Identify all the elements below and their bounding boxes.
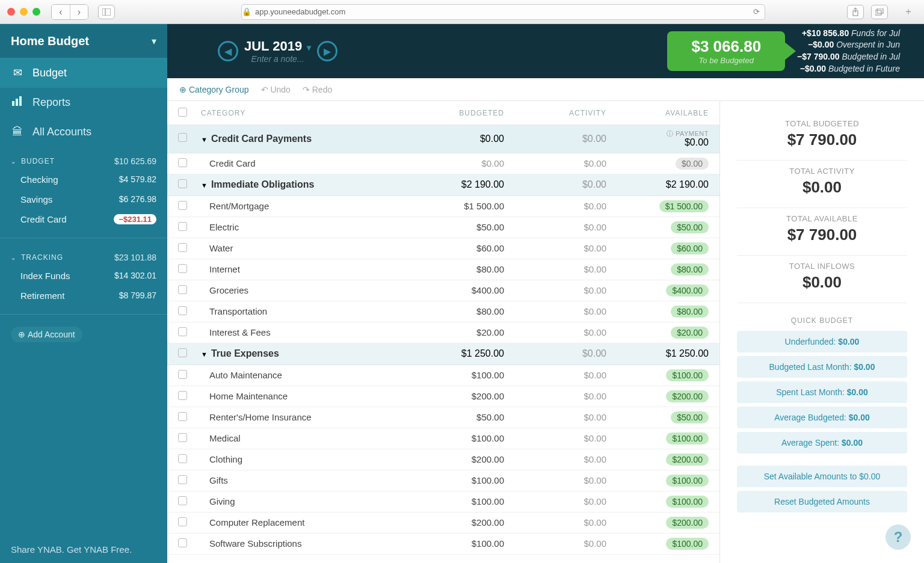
- budgeted-cell[interactable]: $80.00: [402, 306, 504, 316]
- category-row[interactable]: Gifts $100.00 $0.00 $100.00: [167, 470, 719, 491]
- account-row[interactable]: Retirement$8 799.87: [11, 286, 156, 306]
- group-checkbox[interactable]: [178, 133, 187, 142]
- sidebar-toggle-button[interactable]: [98, 5, 115, 19]
- undo-button[interactable]: ↶ Undo: [261, 85, 291, 94]
- available-pill[interactable]: $20.00: [671, 327, 709, 339]
- group-checkbox[interactable]: [178, 179, 187, 188]
- row-checkbox[interactable]: [178, 517, 187, 526]
- budgeted-cell[interactable]: $100.00: [402, 370, 504, 380]
- available-pill[interactable]: $400.00: [666, 285, 709, 297]
- row-checkbox[interactable]: [178, 264, 187, 273]
- row-checkbox[interactable]: [178, 496, 187, 505]
- quick-budget-item[interactable]: Average Budgeted: $0.00: [737, 407, 907, 428]
- available-pill[interactable]: $80.00: [671, 263, 709, 275]
- available-pill[interactable]: $100.00: [666, 475, 709, 487]
- budgeted-cell[interactable]: $60.00: [402, 243, 504, 253]
- zoom-window-icon[interactable]: [32, 8, 40, 16]
- prev-month-button[interactable]: ◀: [218, 41, 238, 61]
- share-button[interactable]: [847, 5, 864, 19]
- row-checkbox[interactable]: [178, 370, 187, 379]
- available-pill[interactable]: $80.00: [671, 306, 709, 318]
- new-tab-button[interactable]: ＋: [900, 5, 917, 19]
- group-checkbox[interactable]: [178, 348, 187, 357]
- quick-budget-item[interactable]: Budgeted Last Month: $0.00: [737, 356, 907, 378]
- category-row[interactable]: Internet $80.00 $0.00 $80.00: [167, 259, 719, 280]
- row-checkbox[interactable]: [178, 327, 187, 336]
- next-month-button[interactable]: ▶: [317, 41, 337, 61]
- nav-budget[interactable]: ✉ Budget: [0, 58, 167, 88]
- budgeted-cell[interactable]: $100.00: [402, 496, 504, 506]
- available-pill[interactable]: $50.00: [671, 221, 709, 233]
- quick-budget-item[interactable]: Underfunded: $0.00: [737, 331, 907, 352]
- category-row[interactable]: Giving $100.00 $0.00 $100.00: [167, 491, 719, 512]
- row-checkbox[interactable]: [178, 454, 187, 463]
- row-checkbox[interactable]: [178, 433, 187, 442]
- account-row[interactable]: Checking$4 579.82: [11, 170, 156, 189]
- quick-budget-action[interactable]: Set Available Amounts to $0.00: [737, 466, 907, 487]
- budgeted-cell[interactable]: $20.00: [402, 327, 504, 337]
- category-row[interactable]: Groceries $400.00 $0.00 $400.00: [167, 280, 719, 301]
- category-group-row[interactable]: ▼Credit Card Payments $0.00 $0.00 ⓘ PAYM…: [167, 125, 719, 153]
- nav-reports[interactable]: Reports: [0, 88, 167, 117]
- account-section-header[interactable]: ⌄TRACKING$23 101.88: [11, 253, 156, 266]
- col-header-budgeted[interactable]: BUDGETED: [402, 109, 504, 117]
- available-pill[interactable]: $100.00: [666, 496, 709, 508]
- category-row[interactable]: Medical $100.00 $0.00 $100.00: [167, 428, 719, 449]
- budgeted-cell[interactable]: $80.00: [402, 264, 504, 274]
- row-checkbox[interactable]: [178, 201, 187, 210]
- collapse-icon[interactable]: ▼: [201, 136, 208, 143]
- collapse-icon[interactable]: ▼: [201, 351, 208, 358]
- available-pill[interactable]: $200.00: [666, 390, 709, 402]
- category-row[interactable]: Rent/Mortgage $1 500.00 $0.00 $1 500.00: [167, 196, 719, 217]
- share-footer[interactable]: Share YNAB. Get YNAB Free.: [0, 536, 167, 563]
- available-pill[interactable]: $100.00: [666, 369, 709, 381]
- category-row[interactable]: Water $60.00 $0.00 $60.00: [167, 238, 719, 259]
- tabs-button[interactable]: [871, 5, 888, 19]
- category-row[interactable]: Interest & Fees $20.00 $0.00 $20.00: [167, 322, 719, 343]
- minimize-window-icon[interactable]: [20, 8, 28, 16]
- budgeted-cell[interactable]: $200.00: [402, 517, 504, 528]
- budgeted-cell[interactable]: $200.00: [402, 454, 504, 464]
- account-row[interactable]: Index Funds$14 302.01: [11, 266, 156, 286]
- budgeted-cell[interactable]: $400.00: [402, 285, 504, 295]
- collapse-icon[interactable]: ▼: [201, 182, 208, 189]
- category-row[interactable]: Renter's/Home Insurance $50.00 $0.00 $50…: [167, 407, 719, 428]
- category-row[interactable]: Electric $50.00 $0.00 $50.00: [167, 217, 719, 238]
- row-checkbox[interactable]: [178, 475, 187, 484]
- redo-button[interactable]: ↷ Redo: [303, 85, 332, 94]
- available-pill[interactable]: $100.00: [666, 538, 709, 550]
- category-row[interactable]: Auto Maintenance $100.00 $0.00 $100.00: [167, 365, 719, 386]
- budgeted-cell[interactable]: $50.00: [402, 412, 504, 422]
- add-account-button[interactable]: ⊕ Add Account: [11, 327, 82, 342]
- available-pill[interactable]: $1 500.00: [659, 200, 709, 212]
- available-pill[interactable]: $200.00: [666, 517, 709, 529]
- budgeted-cell[interactable]: $100.00: [402, 475, 504, 485]
- available-pill[interactable]: $200.00: [666, 454, 709, 466]
- category-row[interactable]: Computer Replacement $200.00 $0.00 $200.…: [167, 512, 719, 534]
- add-category-group-button[interactable]: ⊕ Category Group: [179, 85, 249, 94]
- row-checkbox[interactable]: [178, 158, 187, 167]
- to-be-budgeted[interactable]: $3 066.80 To be Budgeted: [667, 31, 785, 71]
- col-header-available[interactable]: AVAILABLE: [606, 109, 709, 117]
- budgeted-cell[interactable]: $0.00: [402, 158, 504, 168]
- close-window-icon[interactable]: [7, 8, 15, 16]
- account-section-header[interactable]: ⌄BUDGET$10 625.69: [11, 156, 156, 170]
- available-pill[interactable]: $50.00: [671, 411, 709, 423]
- available-pill[interactable]: $0.00: [676, 158, 709, 170]
- reload-icon[interactable]: ⟳: [753, 7, 760, 16]
- budgeted-cell[interactable]: $200.00: [402, 391, 504, 401]
- row-checkbox[interactable]: [178, 306, 187, 315]
- row-checkbox[interactable]: [178, 391, 187, 400]
- quick-budget-item[interactable]: Spent Last Month: $0.00: [737, 381, 907, 403]
- category-row[interactable]: Credit Card $0.00 $0.00 $0.00: [167, 153, 719, 174]
- row-checkbox[interactable]: [178, 222, 187, 231]
- help-button[interactable]: ?: [886, 525, 911, 550]
- month-selector[interactable]: JUL 2019 ▾ Enter a note...: [244, 38, 311, 64]
- month-note[interactable]: Enter a note...: [244, 54, 311, 64]
- col-header-category[interactable]: CATEGORY: [196, 109, 402, 117]
- category-group-row[interactable]: ▼True Expenses $1 250.00 $0.00 $1 250.00: [167, 343, 719, 365]
- account-row[interactable]: Credit Card−$231.11: [11, 209, 156, 229]
- row-checkbox[interactable]: [178, 285, 187, 294]
- row-checkbox[interactable]: [178, 538, 187, 547]
- category-row[interactable]: Transportation $80.00 $0.00 $80.00: [167, 301, 719, 322]
